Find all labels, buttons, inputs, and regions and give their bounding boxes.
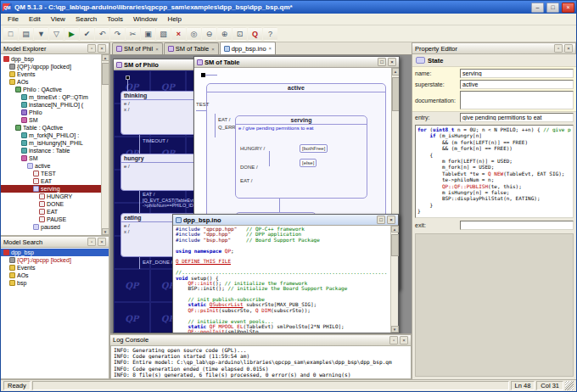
- sm-table-titlebar[interactable]: SM of Table □ ×: [194, 57, 399, 68]
- entry-brief-field[interactable]: [460, 113, 574, 122]
- tree-item[interactable]: serving: [1, 185, 101, 193]
- scroll-down-button[interactable]: ▼: [102, 228, 109, 235]
- float-panel-button[interactable]: ▫: [554, 44, 563, 53]
- tree-item[interactable]: instance[N_PHILO] (: [1, 101, 101, 109]
- log-console-output[interactable]: INFO: Generating open source code (GPL).…: [110, 346, 412, 379]
- scroll-up-button[interactable]: ▲: [392, 68, 400, 76]
- choice-guard-bothfree[interactable]: [bothFree]: [300, 144, 328, 153]
- zoom-out-button[interactable]: ⊖: [202, 27, 216, 41]
- zoom-fit-button[interactable]: ⊡: [232, 27, 247, 41]
- entry-action-code-editor[interactable]: for (uint8_t n = 0U; n < N_PHILO; ++n) {…: [415, 125, 574, 218]
- superstate-field[interactable]: [460, 80, 574, 89]
- window-titlebar[interactable]: QM QM 5.1.3 - C:\qp_lab\qp-arduino\libra…: [1, 1, 576, 14]
- tree-item[interactable]: DONE: [1, 200, 101, 208]
- paste-button[interactable]: ▧: [156, 27, 171, 41]
- tree-item[interactable]: TEST: [1, 170, 101, 177]
- transition-line[interactable]: [269, 151, 270, 166]
- maximize-window-button[interactable]: □: [378, 58, 386, 66]
- tree-item[interactable]: m_fork[N_PHILO] :: [1, 132, 101, 139]
- copy-button[interactable]: ▣: [141, 27, 155, 41]
- tab-sm-of-table[interactable]: SM of Table ×: [164, 42, 219, 54]
- tree-item[interactable]: dpp_bsp: [1, 55, 101, 63]
- resize-grip[interactable]: [565, 381, 574, 390]
- tree-item[interactable]: {QP}:/qpcpp [locked]: [1, 63, 101, 70]
- name-field[interactable]: [460, 69, 574, 78]
- open-model-button[interactable]: ▤: [19, 27, 33, 41]
- menu-item[interactable]: View: [46, 14, 70, 24]
- save-model-button[interactable]: ▼: [34, 27, 48, 41]
- transition-line[interactable]: [139, 135, 140, 154]
- tree-item[interactable]: instance : Table: [1, 147, 101, 154]
- close-button[interactable]: ×: [562, 3, 574, 13]
- search-result-item[interactable]: AOs: [1, 272, 109, 279]
- generate-code-button[interactable]: ▶: [64, 27, 79, 41]
- tree-item[interactable]: paused: [1, 223, 101, 231]
- tree-item[interactable]: Philo: [1, 109, 101, 116]
- code-editor-text[interactable]: #include "qpcpp.hpp" // QP-C++ framework…: [173, 226, 390, 333]
- scroll-up-button[interactable]: ▲: [102, 54, 109, 61]
- tree-item[interactable]: HUNGRY: [1, 193, 101, 200]
- exit-brief-field[interactable]: [460, 221, 574, 230]
- search-result-item[interactable]: dpp_bsp: [1, 249, 109, 256]
- transition-line[interactable]: [215, 114, 216, 137]
- float-panel-button[interactable]: ▫: [389, 336, 398, 344]
- check-model-button[interactable]: ✔: [80, 27, 94, 41]
- transition-line[interactable]: [139, 257, 140, 269]
- tree-item[interactable]: m_timeEvt : QP::QTim: [1, 93, 101, 101]
- search-results-tree[interactable]: dpp_bsp {QP}:/qpcpp [locked] Events: [1, 248, 109, 378]
- tree-item[interactable]: Table : QActive: [1, 124, 101, 132]
- code-editor-scrollbar[interactable]: ▲ ▼: [390, 226, 398, 333]
- close-panel-button[interactable]: ×: [98, 238, 106, 246]
- zoom-in-button[interactable]: ⊕: [217, 27, 232, 41]
- tab-close-button[interactable]: ×: [269, 46, 272, 51]
- tree-item[interactable]: PAUSE: [1, 216, 101, 223]
- undo-button[interactable]: ↶: [95, 27, 109, 41]
- tree-item[interactable]: SM: [1, 154, 101, 162]
- close-panel-button[interactable]: ×: [98, 44, 106, 53]
- scroll-thumb[interactable]: [391, 234, 399, 256]
- close-panel-button[interactable]: ×: [400, 336, 408, 344]
- tab-close-button[interactable]: ×: [155, 47, 159, 52]
- tab-close-button[interactable]: ×: [211, 47, 215, 52]
- transition-line[interactable]: [279, 199, 280, 212]
- cut-button[interactable]: ✂: [126, 27, 140, 41]
- tab-sm-of-philo[interactable]: SM of Phil ×: [112, 42, 163, 54]
- tree-item[interactable]: SM: [1, 116, 101, 124]
- scroll-down-button[interactable]: ▼: [391, 326, 399, 333]
- search-result-item[interactable]: Events: [1, 264, 109, 272]
- delete-button[interactable]: ×: [171, 27, 186, 41]
- state-thinking[interactable]: thinking e / x /: [120, 91, 200, 135]
- model-explorer-scrollbar[interactable]: ▲ ▼: [101, 54, 109, 235]
- menu-item[interactable]: Window: [128, 14, 162, 24]
- transition-line[interactable]: [127, 80, 128, 91]
- new-model-button[interactable]: □: [3, 27, 18, 41]
- scroll-up-button[interactable]: ▲: [391, 226, 399, 232]
- close-panel-button[interactable]: ×: [564, 44, 573, 53]
- tree-item[interactable]: AOs: [1, 78, 101, 86]
- menu-item[interactable]: Help: [162, 14, 186, 24]
- tree-item[interactable]: EAT: [1, 177, 101, 185]
- find-button[interactable]: ◎: [187, 27, 201, 41]
- tree-item[interactable]: EAT: [1, 208, 101, 216]
- search-result-item[interactable]: bsp: [1, 279, 109, 287]
- search-result-item[interactable]: {QP}:/qpcpp [locked]: [1, 256, 109, 264]
- log-console-header[interactable]: Log Console ▫ ×: [110, 334, 412, 346]
- transition-line[interactable]: [205, 75, 217, 76]
- qp-website-button[interactable]: Q: [248, 27, 262, 41]
- maximize-window-button[interactable]: □: [377, 216, 385, 224]
- state-hungry[interactable]: hungry e /: [120, 154, 200, 191]
- close-window-button[interactable]: ×: [387, 216, 395, 224]
- scroll-thumb[interactable]: [392, 77, 400, 111]
- model-search-header[interactable]: Model Search ▫ ×: [1, 236, 109, 248]
- transition-line[interactable]: [139, 191, 140, 213]
- model-explorer-header[interactable]: Model Explorer ▫ ×: [1, 42, 109, 54]
- code-editor-titlebar[interactable]: dpp_bsp.ino □ ×: [173, 215, 398, 226]
- tree-item[interactable]: Philo : QActive: [1, 86, 101, 93]
- menu-item[interactable]: File: [3, 14, 24, 24]
- menu-item[interactable]: Edit: [24, 14, 46, 24]
- help-button[interactable]: ?: [263, 27, 277, 41]
- redo-button[interactable]: ↷: [110, 27, 125, 41]
- menu-item[interactable]: Search: [70, 14, 102, 24]
- menu-item[interactable]: Tools: [102, 14, 128, 24]
- choice-guard-else[interactable]: [else]: [300, 159, 317, 167]
